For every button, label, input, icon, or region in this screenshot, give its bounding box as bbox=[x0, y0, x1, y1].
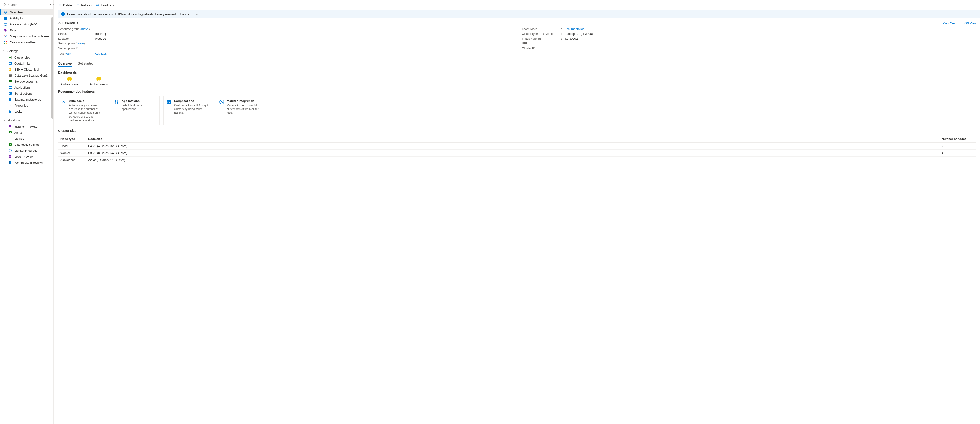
add-tags-link[interactable]: Add tags bbox=[95, 52, 107, 56]
svg-rect-32 bbox=[9, 86, 10, 87]
card-desc: Automatically increase or decrease the n… bbox=[69, 103, 104, 122]
essentials-key: Cluster type, HDI version bbox=[522, 32, 561, 35]
sidebar-item-diagsettings[interactable]: Diagnostic settings bbox=[0, 141, 53, 148]
sidebar-item-overview[interactable]: Overview bbox=[0, 9, 53, 15]
card-desc: Monitor Azure HDInsight cluster with Azu… bbox=[227, 103, 262, 115]
search-icon bbox=[3, 3, 6, 6]
essentials-row: Learn More:Documentation bbox=[522, 27, 976, 31]
svg-rect-64 bbox=[115, 100, 116, 102]
sidebar-item-logs[interactable]: Logs (Preview) bbox=[0, 154, 53, 160]
svg-rect-67 bbox=[117, 102, 118, 104]
sidebar-item-label: Resource visualizer bbox=[10, 41, 36, 44]
cell-node-size: A2 v2 (2 Cores, 4 GB RAM) bbox=[86, 156, 939, 163]
monitor-icon bbox=[8, 149, 12, 152]
sidebar-item-ssh[interactable]: SSH + Cluster login bbox=[0, 67, 53, 72]
sidebar-item-tags[interactable]: Tags bbox=[0, 27, 53, 33]
sidebar-item-diagnose[interactable]: Diagnose and solve problems bbox=[0, 33, 53, 39]
sidebar-item-label: External metastores bbox=[14, 98, 41, 101]
sidebar-item-insights[interactable]: Insights (Preview) bbox=[0, 124, 53, 130]
scrollbar[interactable] bbox=[51, 17, 53, 146]
sidebar-item-label: SSH + Cluster login bbox=[14, 68, 41, 71]
feature-card[interactable]: Script actionsCustomize Azure HDInsight … bbox=[163, 96, 212, 125]
feedback-button[interactable]: Feedback bbox=[96, 3, 114, 7]
delete-button[interactable]: Delete bbox=[58, 3, 72, 7]
move-link[interactable]: move bbox=[81, 27, 89, 31]
clear-icon[interactable]: ✕ bbox=[49, 3, 51, 6]
card-title: Monitor integration bbox=[227, 99, 262, 103]
sidebar-item-alerts[interactable]: Alerts bbox=[0, 130, 53, 136]
json-view-link[interactable]: JSON View bbox=[961, 21, 976, 25]
sidebar-item-label: Metrics bbox=[14, 137, 24, 140]
cluster-size-table: Node type Node size Number of nodes Head… bbox=[58, 135, 976, 164]
essentials-row: Status:Running bbox=[58, 32, 512, 35]
ambari-icon bbox=[96, 76, 101, 81]
cell-node-count: 4 bbox=[939, 149, 976, 156]
move-link[interactable]: move bbox=[76, 42, 84, 45]
essentials-key: Learn More bbox=[522, 27, 561, 31]
sidebar-item-script[interactable]: Script actions bbox=[0, 91, 53, 96]
essentials-row: Cluster type, HDI version:Hadoop 3.1 (HD… bbox=[522, 32, 976, 35]
col-node-count: Number of nodes bbox=[939, 135, 976, 143]
essentials-sep: : bbox=[561, 37, 564, 40]
feature-card[interactable]: ApplicationsInstall third party applicat… bbox=[111, 96, 160, 125]
tab-overview[interactable]: Overview bbox=[58, 60, 72, 67]
essentials-row: Subscription ID: bbox=[58, 46, 512, 50]
overview-icon bbox=[4, 10, 7, 14]
sidebar-item-label: Monitor integration bbox=[14, 149, 39, 152]
sidebar-item-metastore[interactable]: External metastores bbox=[0, 96, 53, 102]
tab-get-started[interactable]: Get started bbox=[78, 60, 94, 67]
sidebar-scroll: OverviewActivity logAccess control (IAM)… bbox=[0, 9, 53, 424]
sidebar-item-datalake[interactable]: Data Lake Storage Gen1 bbox=[0, 72, 53, 78]
sidebar-item-iam[interactable]: Access control (IAM) bbox=[0, 21, 53, 27]
cell-node-type: Head bbox=[58, 143, 86, 149]
sidebar-item-apps[interactable]: Applications bbox=[0, 84, 53, 91]
sidebar-group-settings[interactable]: Settings bbox=[0, 48, 53, 54]
sidebar-item-monitor[interactable]: Monitor integration bbox=[0, 148, 53, 154]
sidebar-item-metrics[interactable]: Metrics bbox=[0, 136, 53, 141]
arrow-icon: → bbox=[195, 13, 198, 16]
sidebar-item-locks[interactable]: Locks bbox=[0, 108, 53, 114]
feature-card[interactable]: Auto scaleAutomatically increase or decr… bbox=[58, 96, 107, 125]
metrics-icon bbox=[8, 137, 12, 140]
essentials-sep: : bbox=[561, 27, 564, 31]
refresh-button[interactable]: Refresh bbox=[76, 3, 92, 7]
info-banner[interactable]: i Learn more about the new version of HD… bbox=[58, 10, 980, 18]
svg-rect-58 bbox=[9, 161, 10, 164]
sidebar-item-label: Quota limits bbox=[14, 62, 30, 65]
sidebar-item-quota[interactable]: Quota limits bbox=[0, 60, 53, 67]
tags-edit-link[interactable]: edit bbox=[66, 52, 71, 56]
quota-icon bbox=[8, 62, 12, 65]
sidebar-item-visualizer[interactable]: Resource visualizer bbox=[0, 39, 53, 45]
essentials-value: Hadoop 3.1 (HDI 4.0) bbox=[564, 32, 593, 35]
essentials-title: Essentials bbox=[62, 21, 78, 25]
sidebar-item-properties[interactable]: Properties bbox=[0, 102, 53, 108]
dashboard-tile[interactable]: Ambari home bbox=[60, 76, 78, 86]
essentials-key: Subscription (move) bbox=[58, 42, 92, 45]
card-title: Applications bbox=[122, 99, 157, 103]
sidebar-item-clustersize[interactable]: Cluster size bbox=[0, 54, 53, 60]
view-cost-link[interactable]: View Cost bbox=[943, 21, 956, 25]
svg-point-20 bbox=[6, 43, 7, 44]
feature-card[interactable]: Monitor integrationMonitor Azure HDInsig… bbox=[216, 96, 265, 125]
storage-icon bbox=[8, 79, 12, 83]
sidebar-item-workbooks[interactable]: Workbooks (Preview) bbox=[0, 160, 53, 165]
activity-icon bbox=[4, 16, 7, 20]
search-input[interactable] bbox=[8, 3, 46, 6]
essentials-toggle[interactable]: Essentials bbox=[58, 21, 78, 25]
collapse-sidebar-icon[interactable]: « bbox=[53, 3, 54, 6]
essentials-key: Subscription ID bbox=[58, 46, 92, 50]
dashboard-tile[interactable]: Ambari views bbox=[90, 76, 108, 86]
alerts-icon bbox=[8, 131, 12, 134]
essentials-value: West US bbox=[95, 37, 107, 40]
sidebar-item-activity[interactable]: Activity log bbox=[0, 15, 53, 21]
workbooks-icon bbox=[8, 161, 12, 164]
search-box[interactable] bbox=[2, 2, 48, 7]
sidebar-item-storage[interactable]: Storage accounts bbox=[0, 78, 53, 84]
essentials-value[interactable]: Documentation bbox=[564, 27, 584, 31]
main-content: Delete Refresh Feedback i Learn more abo… bbox=[54, 0, 980, 424]
sidebar-item-label: Storage accounts bbox=[14, 80, 38, 83]
sidebar-group-monitoring[interactable]: Monitoring bbox=[0, 117, 53, 123]
insights-icon bbox=[8, 125, 12, 129]
dashboard-label: Ambari views bbox=[90, 83, 108, 86]
essentials-value: Running bbox=[95, 32, 106, 35]
